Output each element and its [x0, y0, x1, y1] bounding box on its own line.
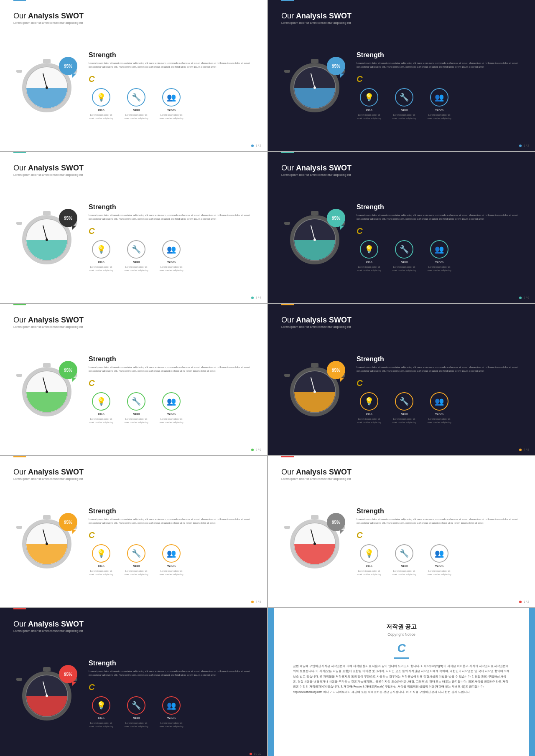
- icon-desc-skill: Lorem ipsum dolor sit amet nasties adipi…: [124, 418, 149, 424]
- copyright-body: 금번 세일에 구입하신 서식은 저작권법에 의해 제작된 문서로 다음과 같이 …: [293, 664, 510, 695]
- icon-label-idea: Idea: [98, 716, 104, 720]
- stopwatch-wrap: 95%: [281, 348, 348, 431]
- slide-subtitle: Lorem ipsum dolor sit amet consectetur a…: [13, 325, 254, 328]
- icon-circle-skill: 🔧: [395, 392, 413, 411]
- icon-label-skill: Skill: [133, 716, 140, 720]
- icon-item-team: 👥TeamLorem ipsum dolor sit amet nasties …: [159, 696, 184, 728]
- stopwatch-wrap: 95%: [281, 196, 348, 279]
- icon-desc-team: Lorem ipsum dolor sit amet nasties adipi…: [427, 114, 452, 120]
- icon-label-idea: Idea: [98, 108, 104, 112]
- icon-item-skill: 🔧SkillLorem ipsum dolor sit amet nasties…: [392, 88, 417, 120]
- icon-desc-team: Lorem ipsum dolor sit amet nasties adipi…: [159, 570, 184, 576]
- slide-2: Our Analysis SWOTLorem ipsum dolor sit a…: [268, 0, 535, 151]
- icon-item-team: 👥TeamLorem ipsum dolor sit amet nasties …: [427, 392, 452, 424]
- blue-bar-left: [268, 608, 274, 756]
- strength-title: Strength: [89, 203, 254, 211]
- icon-circle-team: 👥: [162, 240, 181, 259]
- icon-circle-idea: 💡: [92, 696, 110, 715]
- right-content: StrengthLorem ipsum dolor sit amet conse…: [357, 355, 522, 424]
- icons-row: 💡IdeaLorem ipsum dolor sit amet nasties …: [89, 88, 254, 120]
- slide-subtitle: Lorem ipsum dolor sit amet consectetur a…: [13, 173, 254, 176]
- slide-4: Our Analysis SWOTLorem ipsum dolor sit a…: [268, 152, 535, 303]
- page-number: 3 / 4: [251, 296, 261, 299]
- page-number: 5 / 6: [251, 448, 261, 451]
- icon-circle-skill: 🔧: [127, 392, 145, 411]
- icon-desc-skill: Lorem ipsum dolor sit amet nasties adipi…: [124, 114, 149, 120]
- blue-bar-right: [529, 608, 535, 756]
- icon-circle-team: 👥: [162, 544, 181, 563]
- strength-title: Strength: [89, 51, 254, 59]
- c-label: C: [89, 378, 254, 388]
- page-number: 1 / 2: [519, 144, 529, 147]
- slide-subtitle: Lorem ipsum dolor sit amet consectetur a…: [281, 173, 522, 176]
- slide-title: Our Analysis SWOT: [281, 12, 522, 20]
- icon-circle-team: 👥: [430, 88, 448, 107]
- stopwatch-wrap: 95%: [13, 348, 80, 431]
- stopwatch-wrap: 95%: [281, 44, 348, 127]
- page-number: 1 / 2: [519, 600, 529, 603]
- icon-desc-idea: Lorem ipsum dolor sit amet nasties adipi…: [89, 418, 114, 424]
- strength-title: Strength: [89, 660, 254, 667]
- page-number: 5 / 6: [519, 296, 529, 299]
- icon-circle-skill: 🔧: [127, 88, 145, 107]
- c-label: C: [357, 378, 522, 388]
- icon-item-idea: 💡IdeaLorem ipsum dolor sit amet nasties …: [89, 392, 114, 424]
- icon-item-team: 👥TeamLorem ipsum dolor sit amet nasties …: [427, 240, 452, 272]
- slide-content: 95% StrengthLorem ipsum dolor sit amet c…: [13, 180, 254, 295]
- icon-desc-team: Lorem ipsum dolor sit amet nasties adipi…: [427, 418, 452, 424]
- icons-row: 💡IdeaLorem ipsum dolor sit amet nasties …: [89, 696, 254, 728]
- icon-item-team: 👥TeamLorem ipsum dolor sit amet nasties …: [159, 544, 184, 576]
- icon-label-skill: Skill: [401, 564, 408, 568]
- icon-circle-team: 👥: [430, 392, 448, 411]
- icon-circle-idea: 💡: [360, 88, 378, 107]
- icon-item-skill: 🔧SkillLorem ipsum dolor sit amet nasties…: [392, 240, 417, 272]
- stopwatch-wrap: 95%: [13, 652, 80, 736]
- icon-circle-skill: 🔧: [395, 544, 413, 563]
- stopwatch-wrap: 95%: [281, 500, 348, 583]
- icon-desc-idea: Lorem ipsum dolor sit amet nasties adipi…: [357, 266, 382, 272]
- stopwatch-wrap: 95%: [13, 500, 80, 583]
- slide-content: 95% StrengthLorem ipsum dolor sit amet c…: [281, 180, 522, 295]
- icon-desc-skill: Lorem ipsum dolor sit amet nasties adipi…: [392, 570, 417, 576]
- icon-item-idea: 💡IdeaLorem ipsum dolor sit amet nasties …: [357, 240, 382, 272]
- slide-title: Our Analysis SWOT: [13, 620, 254, 629]
- icon-label-team: Team: [167, 564, 176, 568]
- strength-title: Strength: [357, 203, 522, 211]
- c-label: C: [357, 226, 522, 236]
- accent-bar: [13, 152, 26, 153]
- icon-label-idea: Idea: [366, 108, 372, 112]
- icon-label-skill: Skill: [133, 108, 140, 112]
- slide-content: 95% StrengthLorem ipsum dolor sit amet c…: [281, 28, 522, 143]
- accent-bar: [13, 456, 26, 457]
- slide-content: 95% StrengthLorem ipsum dolor sit amet c…: [13, 637, 254, 751]
- right-content: StrengthLorem ipsum dolor sit amet conse…: [89, 203, 254, 272]
- icon-circle-idea: 💡: [92, 88, 110, 107]
- c-label: C: [89, 530, 254, 540]
- slide-content: 95% StrengthLorem ipsum dolor sit amet c…: [13, 332, 254, 447]
- slide-content: 95% StrengthLorem ipsum dolor sit amet c…: [13, 28, 254, 143]
- icon-label-team: Team: [167, 108, 176, 112]
- right-content: StrengthLorem ipsum dolor sit amet conse…: [357, 203, 522, 272]
- icon-item-idea: 💡IdeaLorem ipsum dolor sit amet nasties …: [357, 392, 382, 424]
- strength-text: Lorem ipsum dolor sit amet consectetur a…: [89, 670, 254, 677]
- slide-title: Our Analysis SWOT: [13, 12, 254, 20]
- right-content: StrengthLorem ipsum dolor sit amet conse…: [357, 507, 522, 576]
- icon-circle-team: 👥: [430, 240, 448, 259]
- icon-desc-skill: Lorem ipsum dolor sit amet nasties adipi…: [392, 266, 417, 272]
- icon-label-team: Team: [435, 412, 443, 416]
- slide-content: 95% StrengthLorem ipsum dolor sit amet c…: [281, 485, 522, 599]
- icon-label-skill: Skill: [133, 412, 140, 416]
- copyright-slide: 저작권 공고 Copyright Notice C 금번 세일에 구입하신 서식…: [268, 608, 535, 756]
- icon-item-skill: 🔧SkillLorem ipsum dolor sit amet nasties…: [124, 696, 149, 728]
- icon-desc-team: Lorem ipsum dolor sit amet nasties adipi…: [427, 570, 452, 576]
- slide-3: Our Analysis SWOTLorem ipsum dolor sit a…: [0, 152, 267, 303]
- icon-item-team: 👥TeamLorem ipsum dolor sit amet nasties …: [159, 240, 184, 272]
- copyright-subtitle: Copyright Notice: [387, 632, 415, 637]
- slide-title: Our Analysis SWOT: [13, 468, 254, 477]
- accent-bar: [281, 456, 294, 457]
- icon-label-idea: Idea: [366, 260, 372, 264]
- icons-row: 💡IdeaLorem ipsum dolor sit amet nasties …: [357, 240, 522, 272]
- icon-label-idea: Idea: [366, 564, 372, 568]
- icon-circle-skill: 🔧: [127, 240, 145, 259]
- slide-subtitle: Lorem ipsum dolor sit amet consectetur a…: [281, 21, 522, 24]
